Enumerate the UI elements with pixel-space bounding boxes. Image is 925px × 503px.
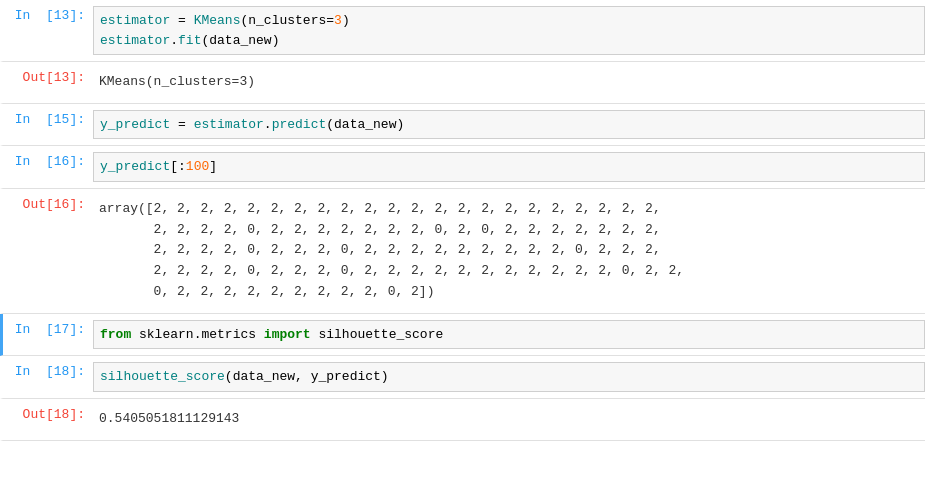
cell-16-input-row: In [16]: y_predict[:100]	[3, 150, 925, 184]
output-text-13: KMeans(n_clusters=3)	[99, 74, 255, 89]
cell-13-input-row: In [13]: estimator = KMeans(n_clusters=3…	[3, 4, 925, 57]
code-token: )	[342, 13, 350, 28]
prompt-in-17: In [17]:	[3, 320, 93, 337]
code-token: KMeans	[194, 13, 241, 28]
code-token: predict	[272, 117, 327, 132]
code-token: 100	[186, 159, 209, 174]
code-token: y_predict	[100, 117, 170, 132]
code-token: [:	[170, 159, 186, 174]
code-token: sklearn.metrics	[131, 327, 264, 342]
cell-16-output-row: Out[16]: array([2, 2, 2, 2, 2, 2, 2, 2, …	[3, 193, 925, 309]
code-token: estimator	[194, 117, 264, 132]
cell-18-input: In [18]: silhouette_score(data_new, y_pr…	[0, 356, 925, 399]
code-token: =	[170, 117, 193, 132]
cell-15-input: In [15]: y_predict = estimator.predict(d…	[0, 104, 925, 147]
cell-16-input: In [16]: y_predict[:100]	[0, 146, 925, 189]
code-line: silhouette_score(data_new, y_predict)	[100, 367, 918, 387]
code-token: n_clusters	[248, 13, 326, 28]
prompt-in-15: In [15]:	[3, 110, 93, 127]
code-line: estimator = KMeans(n_clusters=3)	[100, 11, 918, 31]
code-line: from sklearn.metrics import silhouette_s…	[100, 325, 918, 345]
output-18: 0.5405051811129143	[93, 405, 925, 434]
output-16: array([2, 2, 2, 2, 2, 2, 2, 2, 2, 2, 2, …	[93, 195, 925, 307]
code-16[interactable]: y_predict[:100]	[93, 152, 925, 182]
prompt-out-18: Out[18]:	[3, 405, 93, 422]
code-17[interactable]: from sklearn.metrics import silhouette_s…	[93, 320, 925, 350]
code-token: estimator	[100, 13, 170, 28]
prompt-in-16: In [16]:	[3, 152, 93, 169]
code-token: import	[264, 327, 311, 342]
code-token: =	[326, 13, 334, 28]
cell-17-input: In [17]: from sklearn.metrics import sil…	[0, 314, 925, 357]
code-token: (data_new)	[201, 33, 279, 48]
code-token: 3	[334, 13, 342, 28]
cell-16-output: Out[16]: array([2, 2, 2, 2, 2, 2, 2, 2, …	[0, 189, 925, 314]
code-line: estimator.fit(data_new)	[100, 31, 918, 51]
prompt-out-13: Out[13]:	[3, 68, 93, 85]
output-13: KMeans(n_clusters=3)	[93, 68, 925, 97]
cell-13-output-row: Out[13]: KMeans(n_clusters=3)	[3, 66, 925, 99]
code-token: from	[100, 327, 131, 342]
output-text-16: array([2, 2, 2, 2, 2, 2, 2, 2, 2, 2, 2, …	[99, 201, 684, 299]
code-token: fit	[178, 33, 201, 48]
code-token: (data_new)	[326, 117, 404, 132]
cell-17-input-row: In [17]: from sklearn.metrics import sil…	[3, 318, 925, 352]
prompt-out-16: Out[16]:	[3, 195, 93, 212]
output-text-18: 0.5405051811129143	[99, 411, 239, 426]
prompt-in-18: In [18]:	[3, 362, 93, 379]
cell-13-output: Out[13]: KMeans(n_clusters=3)	[0, 62, 925, 104]
cell-15-input-row: In [15]: y_predict = estimator.predict(d…	[3, 108, 925, 142]
cell-13-input: In [13]: estimator = KMeans(n_clusters=3…	[0, 0, 925, 62]
cell-18-output-row: Out[18]: 0.5405051811129143	[3, 403, 925, 436]
code-token: ]	[209, 159, 217, 174]
code-line: y_predict[:100]	[100, 157, 918, 177]
code-13[interactable]: estimator = KMeans(n_clusters=3) estimat…	[93, 6, 925, 55]
code-token: .	[264, 117, 272, 132]
code-15[interactable]: y_predict = estimator.predict(data_new)	[93, 110, 925, 140]
notebook: In [13]: estimator = KMeans(n_clusters=3…	[0, 0, 925, 441]
cell-18-input-row: In [18]: silhouette_score(data_new, y_pr…	[3, 360, 925, 394]
code-token: y_predict	[100, 159, 170, 174]
code-token: (data_new, y_predict)	[225, 369, 389, 384]
code-line: y_predict = estimator.predict(data_new)	[100, 115, 918, 135]
code-18[interactable]: silhouette_score(data_new, y_predict)	[93, 362, 925, 392]
prompt-in-13: In [13]:	[3, 6, 93, 23]
code-token: silhouette_score	[100, 369, 225, 384]
code-token: estimator	[100, 33, 170, 48]
cell-18-output: Out[18]: 0.5405051811129143	[0, 399, 925, 441]
code-token: .	[170, 33, 178, 48]
code-token: =	[170, 13, 193, 28]
code-token: silhouette_score	[311, 327, 444, 342]
